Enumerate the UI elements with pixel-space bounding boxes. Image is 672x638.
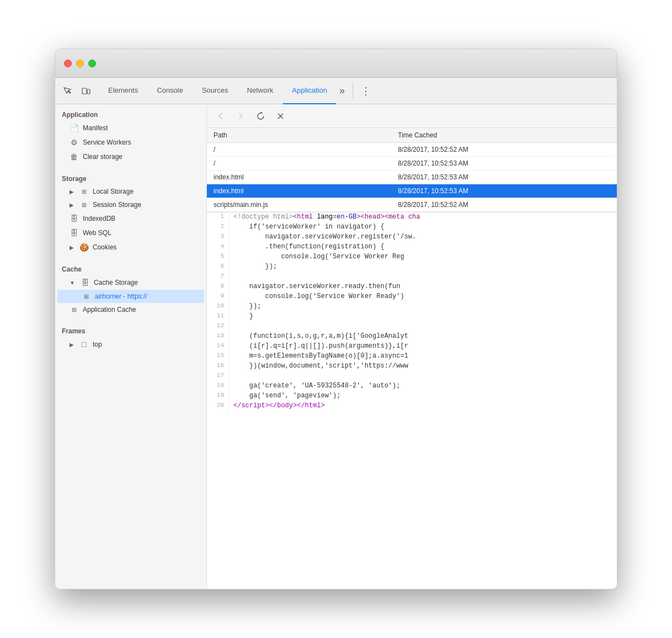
devtools-window: Elements Console Sources Network Applica… <box>55 49 617 589</box>
inspect-icon[interactable] <box>60 83 75 99</box>
sidebar-item-local-storage[interactable]: ▶ ⊞ Local Storage <box>57 185 204 198</box>
table-row[interactable]: / 8/28/2017, 10:52:52 AM <box>207 143 617 157</box>
line-content: console.log('Service Worker Reg <box>229 252 409 262</box>
tab-bar: Elements Console Sources Network Applica… <box>55 78 617 104</box>
maximize-button[interactable] <box>88 60 96 67</box>
line-content: </script></body></html> <box>229 401 329 411</box>
cell-path: / <box>207 157 391 171</box>
cell-path: index.html <box>207 171 391 184</box>
traffic-lights <box>64 60 96 67</box>
sidebar-item-app-cache[interactable]: ⊞ Application Cache <box>57 303 204 316</box>
tab-elements[interactable]: Elements <box>99 78 147 104</box>
delete-button[interactable] <box>273 109 287 123</box>
refresh-button[interactable] <box>253 109 268 123</box>
panel-toolbar <box>207 104 617 128</box>
svg-rect-1 <box>87 89 90 94</box>
sidebar-item-session-storage[interactable]: ▶ ⊞ Session Storage <box>57 198 204 211</box>
line-number: 10 <box>207 302 229 312</box>
tab-network[interactable]: Network <box>238 78 282 104</box>
code-line: 15 m=s.getElementsByTagName(o)[0];a.asyn… <box>207 352 617 361</box>
device-icon[interactable] <box>78 83 94 99</box>
line-number: 13 <box>207 332 229 342</box>
code-line: 10 }); <box>207 302 617 312</box>
sidebar-item-label: Service Workers <box>83 139 131 146</box>
sidebar-item-label: airhorner - https:// <box>95 293 147 300</box>
sidebar-item-label: Web SQL <box>83 229 111 237</box>
code-line: 16 })(window,document,'script','https://… <box>207 361 617 371</box>
back-button[interactable] <box>214 109 228 123</box>
section-header-application: Application <box>55 104 206 121</box>
line-content: <!doctype html><html lang=en-GB><head><m… <box>229 212 425 222</box>
code-line: 20 </script></body></html> <box>207 401 617 411</box>
code-line: 13 (function(i,s,o,g,r,a,m){i['GoogleAna… <box>207 332 617 342</box>
cell-path: index.html <box>207 184 391 198</box>
line-number: 5 <box>207 252 229 262</box>
line-content: m=s.getElementsByTagName(o)[0];a.async=1 <box>229 352 413 361</box>
service-workers-icon: ⚙ <box>70 138 78 147</box>
line-content: (function(i,s,o,g,r,a,m){i['GoogleAnalyt <box>229 332 413 342</box>
tab-console[interactable]: Console <box>148 78 192 104</box>
sidebar-item-label: Manifest <box>83 124 108 132</box>
cache-table: Path Time Cached / 8/28/2017, 10:52:52 A… <box>207 128 617 212</box>
sidebar-item-indexeddb[interactable]: 🗄 IndexedDB <box>57 211 204 226</box>
tabs: Elements Console Sources Network Applica… <box>99 78 336 104</box>
code-line: 14 (i[r].q=i[r].q||[]).push(arguments)},… <box>207 342 617 352</box>
sidebar-item-manifest[interactable]: 📄 Manifest <box>57 121 204 135</box>
sidebar-item-cookies[interactable]: ▶ 🍪 Cookies <box>57 240 204 254</box>
line-number: 15 <box>207 352 229 361</box>
cookies-icon: 🍪 <box>79 243 88 252</box>
line-number: 4 <box>207 242 229 252</box>
table-row[interactable]: / 8/28/2017, 10:52:53 AM <box>207 157 617 171</box>
code-line: 7 <box>207 272 617 282</box>
line-content <box>229 272 238 282</box>
section-header-storage: Storage <box>55 168 206 185</box>
line-content: if('serviceWorker' in navigator) { <box>229 222 389 232</box>
clear-storage-icon: 🗑 <box>70 152 78 161</box>
line-number: 8 <box>207 282 229 292</box>
code-line: 17 <box>207 371 617 381</box>
sidebar-item-top[interactable]: ▶ □ top <box>57 337 204 352</box>
line-number: 19 <box>207 391 229 401</box>
expand-arrow-icon: ▼ <box>70 280 75 286</box>
code-line: 2 if('serviceWorker' in navigator) { <box>207 222 617 232</box>
session-storage-icon: ⊞ <box>79 201 88 209</box>
devtools-menu-icon[interactable]: ⋮ <box>358 83 374 99</box>
sidebar-item-label: Clear storage <box>83 153 122 161</box>
sidebar-item-service-workers[interactable]: ⚙ Service Workers <box>57 135 204 150</box>
close-button[interactable] <box>64 60 72 67</box>
indexeddb-icon: 🗄 <box>70 214 78 223</box>
line-content: navigator.serviceWorker.register('/sw. <box>229 232 420 242</box>
sidebar-item-airhorner[interactable]: ⊞ airhorner - https:// <box>57 290 204 303</box>
line-content: .then(function(registration) { <box>229 242 389 252</box>
sidebar-item-cache-storage[interactable]: ▼ 🗄 Cache Storage <box>57 275 204 290</box>
line-number: 20 <box>207 401 229 411</box>
top-frame-icon: □ <box>79 340 88 349</box>
forward-button[interactable] <box>233 109 248 123</box>
local-storage-icon: ⊞ <box>79 188 88 195</box>
airhorner-cache-icon: ⊞ <box>82 293 90 300</box>
tab-icons <box>60 83 94 99</box>
more-tabs-icon[interactable]: » <box>336 81 348 101</box>
table-row[interactable]: scripts/main.min.js 8/28/2017, 10:52:52 … <box>207 198 617 212</box>
line-number: 16 <box>207 361 229 371</box>
sidebar-item-label: Local Storage <box>93 188 134 195</box>
sidebar-item-web-sql[interactable]: 🗄 Web SQL <box>57 226 204 240</box>
cell-time: 8/28/2017, 10:52:53 AM <box>391 184 617 198</box>
tab-application[interactable]: Application <box>283 78 336 104</box>
tab-sources[interactable]: Sources <box>193 78 237 104</box>
svg-rect-0 <box>82 88 87 94</box>
line-number: 2 <box>207 222 229 232</box>
sidebar-item-clear-storage[interactable]: 🗑 Clear storage <box>57 150 204 164</box>
sidebar-item-label: Session Storage <box>93 201 141 209</box>
table-row[interactable]: index.html 8/28/2017, 10:52:53 AM <box>207 171 617 184</box>
right-panel: Path Time Cached / 8/28/2017, 10:52:52 A… <box>207 104 617 589</box>
table-row[interactable]: index.html 8/28/2017, 10:52:53 AM <box>207 184 617 198</box>
line-content: navigator.serviceWorker.ready.then(fun <box>229 282 404 292</box>
web-sql-icon: 🗄 <box>70 228 78 237</box>
cell-path: scripts/main.min.js <box>207 198 391 212</box>
code-area: 1 <!doctype html><html lang=en-GB><head>… <box>207 212 617 589</box>
section-header-cache: Cache <box>55 259 206 275</box>
line-content: console.log('Service Worker Ready') <box>229 292 409 302</box>
tab-separator <box>353 83 353 99</box>
minimize-button[interactable] <box>76 60 84 67</box>
